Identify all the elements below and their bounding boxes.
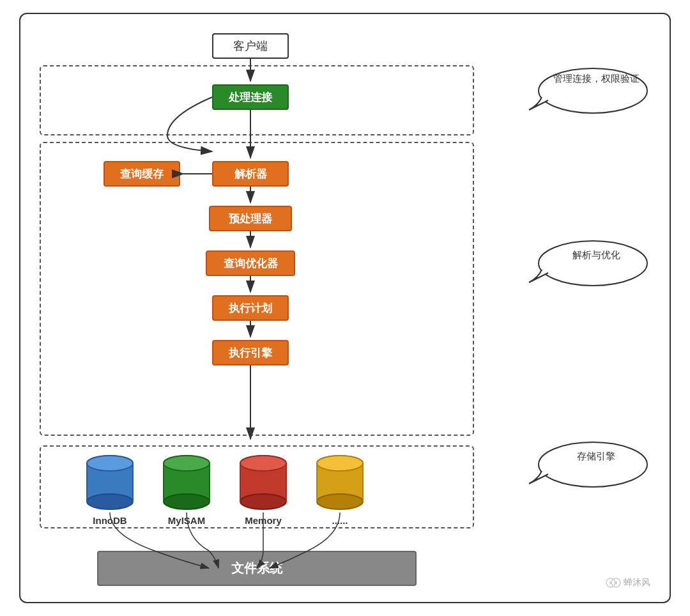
myisam-cylinder-container: MyISAM (161, 454, 212, 526)
filesystem-box: 文件系统 (97, 551, 417, 586)
bubble-2-container: 解析与优化 (510, 238, 650, 298)
query-optimizer-label: 查询优化器 (224, 256, 278, 271)
filesystem-label: 文件系统 (231, 560, 282, 577)
parser-label: 解析器 (234, 167, 267, 181)
innodb-label: InnoDB (93, 515, 126, 526)
innodb-cylinder-container: InnoDB (84, 454, 135, 526)
svg-point-14 (240, 494, 286, 509)
bubble-1-text: 管理连接，权限验证 (542, 72, 650, 85)
myisam-label: MyISAM (168, 515, 205, 526)
bubble-3-text: 存储引擎 (548, 450, 644, 463)
bubble-3-svg (510, 439, 650, 497)
query-cache-label: 查询缓存 (120, 167, 164, 181)
others-cylinder-container: ...... (314, 454, 365, 526)
memory-cylinder-container: Memory (238, 454, 289, 526)
svg-point-15 (240, 456, 286, 471)
diagram-area: 客户端 处理连接 解析器 查询缓存 预处理器 查询优化器 执行计划 (40, 27, 506, 589)
memory-label: Memory (245, 515, 282, 526)
bubble-3-container: 存储引擎 (510, 439, 650, 499)
bubble-2-svg (510, 238, 650, 295)
main-container: 客户端 处理连接 解析器 查询缓存 预处理器 查询优化器 执行计划 (19, 13, 671, 603)
innodb-cylinder-svg (84, 454, 135, 511)
svg-point-35 (539, 241, 647, 286)
query-optimizer-box: 查询优化器 (206, 250, 295, 276)
exec-engine-box: 执行引擎 (212, 340, 289, 366)
parser-box: 解析器 (212, 161, 289, 187)
bubble-2-text: 解析与优化 (548, 249, 644, 261)
client-box: 客户端 (212, 33, 289, 59)
exec-engine-label: 执行引擎 (229, 346, 272, 360)
preprocessor-label: 预处理器 (229, 212, 272, 226)
svg-point-2 (87, 494, 133, 509)
svg-point-9 (164, 456, 210, 471)
memory-cylinder-svg (238, 454, 289, 511)
handle-connection-box: 处理连接 (212, 84, 289, 110)
others-label: ...... (332, 515, 348, 526)
query-cache-box: 查询缓存 (103, 161, 180, 187)
exec-plan-label: 执行计划 (229, 301, 272, 316)
bubble-1-container: 管理连接，权限验证 (510, 65, 650, 125)
svg-point-21 (317, 456, 363, 471)
client-label: 客户端 (233, 38, 268, 54)
svg-point-39 (610, 581, 612, 584)
preprocessor-box: 预处理器 (209, 206, 292, 231)
myisam-cylinder-svg (161, 454, 212, 511)
handle-connection-label: 处理连接 (229, 90, 272, 105)
watermark-icon (606, 576, 621, 589)
svg-point-36 (539, 442, 647, 487)
svg-point-3 (87, 456, 133, 471)
svg-point-8 (164, 494, 210, 509)
others-cylinder-svg (314, 454, 365, 511)
watermark-text: 蝉沐风 (624, 577, 650, 589)
svg-point-20 (317, 494, 363, 509)
svg-point-40 (615, 581, 617, 584)
watermark: 蝉沐风 (606, 576, 650, 589)
exec-plan-box: 执行计划 (212, 295, 289, 321)
